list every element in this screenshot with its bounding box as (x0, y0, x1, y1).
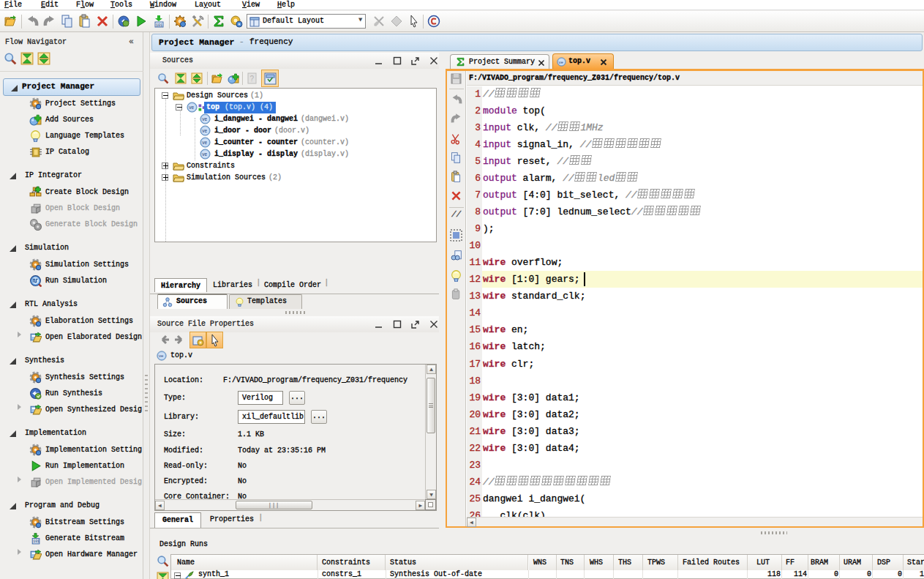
svg-text:101: 101 (156, 23, 162, 28)
svg-text:?: ? (250, 75, 255, 83)
